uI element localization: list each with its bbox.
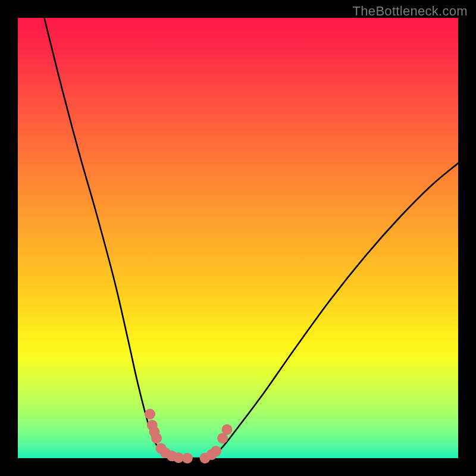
data-marker [151, 433, 162, 444]
chart-svg [18, 18, 458, 458]
watermark-text: TheBottleneck.com [353, 4, 468, 19]
curve-group [44, 18, 458, 459]
plot-area [18, 18, 458, 458]
bottleneck-curve [44, 18, 458, 459]
data-marker [182, 453, 193, 464]
data-marker [145, 409, 155, 419]
data-marker [222, 424, 233, 435]
marker-group [145, 409, 233, 464]
chart-stage: TheBottleneck.com [0, 0, 476, 476]
data-marker [211, 446, 221, 456]
